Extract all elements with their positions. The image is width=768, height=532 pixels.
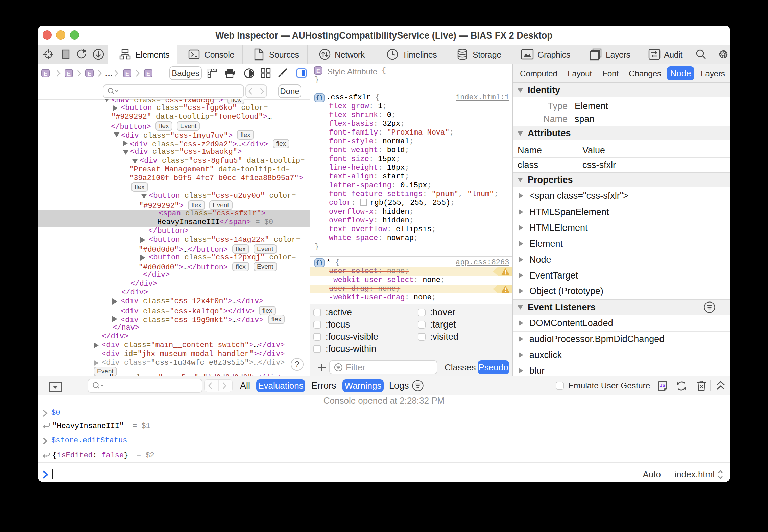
svg-text:JS: JS xyxy=(659,383,665,388)
